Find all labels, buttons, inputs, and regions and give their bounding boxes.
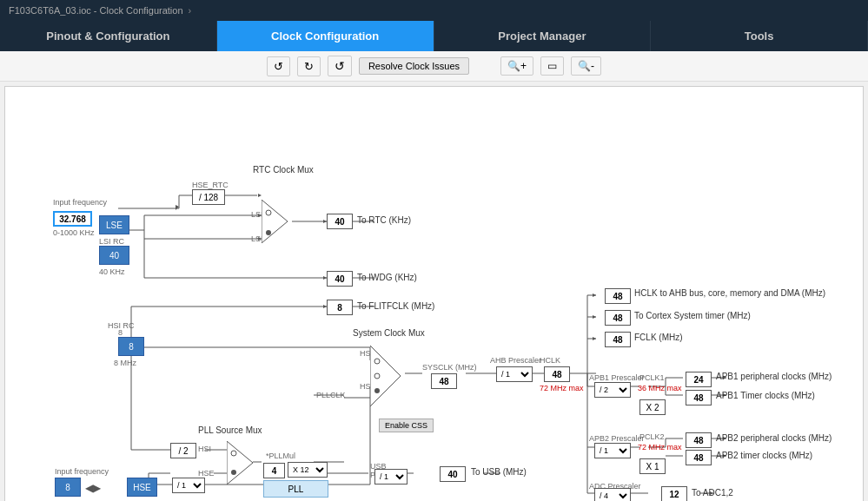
- apb1-presc-header: APB1 Prescaler: [589, 373, 645, 382]
- apb2-max: 72 MHz max: [638, 443, 682, 452]
- svg-marker-80: [593, 293, 596, 297]
- apb2-prescaler-select[interactable]: / 1/ 2/ 4: [594, 443, 631, 458]
- lse-freq-range: 0-1000 KHz: [53, 228, 95, 237]
- hsi-pll-label: HSI: [198, 445, 211, 453]
- apb2-presc-header: APB2 Prescaler: [589, 434, 645, 443]
- apb2-timer-label: APB2 timer clocks (MHz): [716, 451, 812, 460]
- hse-div1-container: / 1/ 2: [172, 478, 205, 493]
- hclk-label: HCLK: [540, 356, 560, 365]
- enable-css-button[interactable]: Enable CSS: [379, 419, 434, 432]
- usb-prescaler-select[interactable]: / 1/ 1.5: [374, 469, 407, 485]
- apb1-x2-box[interactable]: X 2: [639, 399, 666, 415]
- adc-val-box[interactable]: 12: [661, 486, 687, 501]
- hsi-unit: 8 MHz: [114, 359, 136, 367]
- svg-marker-81: [593, 315, 596, 319]
- cortex-timer-box[interactable]: 48: [605, 310, 631, 326]
- apb1-pclk1-label: APB1 peripheral clocks (MHz): [716, 372, 832, 381]
- svg-marker-68: [176, 205, 179, 210]
- tab-clock[interactable]: Clock Configuration: [217, 21, 434, 51]
- hse-box[interactable]: HSE: [127, 478, 157, 497]
- pll-label-box: PLL: [263, 480, 328, 498]
- tab-bar: Pinout & Configuration Clock Configurati…: [0, 21, 868, 51]
- lsi-box[interactable]: 40: [99, 246, 129, 265]
- lse-freq-box[interactable]: 32.768: [53, 211, 92, 227]
- pllmul-select-container: X 12X 2X 3X 4X 6X 8X 9X 10X 11X 16: [288, 462, 328, 478]
- undo-button[interactable]: ↺: [267, 56, 290, 76]
- flitfclk-box[interactable]: 8: [327, 300, 353, 315]
- system-clock-mux-label: System Clock Mux: [353, 328, 425, 338]
- tab-pinout[interactable]: Pinout & Configuration: [0, 21, 217, 51]
- flitfclk-label: To FLITFCLK (MHz): [357, 301, 434, 311]
- hsi-box[interactable]: 8: [118, 337, 144, 356]
- svg-point-92: [231, 470, 236, 475]
- hclk-max: 72 MHz max: [540, 384, 584, 392]
- apb1-prescaler-select[interactable]: / 2/ 1/ 4: [594, 382, 631, 398]
- hsi-label: HSI RC: [108, 321, 135, 330]
- apb2-pclk2-label: APB2 peripheral clocks (MHz): [716, 433, 832, 443]
- iwdg-box[interactable]: 40: [327, 271, 353, 287]
- apb1-pclk1-box[interactable]: 24: [686, 372, 712, 387]
- hclk-box[interactable]: 48: [544, 366, 570, 382]
- hse-arrows: ◀▶: [85, 482, 101, 494]
- rtc-out-box[interactable]: 40: [327, 214, 353, 229]
- lse-box[interactable]: LSE: [99, 215, 129, 234]
- apb2-presc-container: / 1/ 2/ 4: [594, 443, 631, 458]
- hse-div128-box[interactable]: / 128: [192, 189, 225, 205]
- sysclk-label: SYSCLK (MHz): [422, 363, 477, 372]
- tab-project[interactable]: Project Manager: [434, 21, 652, 51]
- apb1-timer-box[interactable]: 48: [686, 390, 712, 405]
- svg-point-89: [374, 388, 380, 393]
- rtc-label: To RTC (KHz): [357, 215, 411, 225]
- apb2-pclk2-box[interactable]: 48: [686, 432, 712, 448]
- apb2-timer-box[interactable]: 48: [686, 450, 712, 465]
- apb1-presc-container: / 2/ 1/ 4: [594, 382, 631, 398]
- hsi-div2-box[interactable]: / 2: [170, 443, 196, 458]
- resolve-clock-button[interactable]: Resolve Clock Issues: [359, 57, 469, 75]
- svg-marker-90: [227, 441, 253, 485]
- pllclk-label: PLLCLK: [316, 391, 346, 399]
- canvas-area: RTC Clock Mux System Clock Mux PLL Sourc…: [4, 86, 864, 501]
- apb1-timer-label: APB1 Timer clocks (MHz): [716, 391, 815, 400]
- fclk-box[interactable]: 48: [605, 332, 631, 347]
- adc-label: To ADC1,2: [692, 488, 733, 498]
- apb2-x1-box[interactable]: X 1: [639, 458, 666, 474]
- hclk-ahb-box[interactable]: 48: [605, 288, 631, 304]
- hse-input-label: Input frequency: [55, 467, 109, 476]
- hclk-ahb-label: HCLK to AHB bus, core, memory and DMA (M…: [634, 288, 825, 298]
- title-arrow: ›: [189, 5, 192, 16]
- hse-div1-select[interactable]: / 1/ 2: [172, 478, 205, 493]
- system-mux-svg: [370, 346, 409, 406]
- hse-input-box[interactable]: 8: [55, 478, 81, 497]
- refresh-button[interactable]: ↺: [328, 56, 352, 76]
- pllmul-select[interactable]: X 12X 2X 3X 4X 6X 8X 9X 10X 11X 16: [288, 462, 328, 478]
- lsi-label: 40 KHz: [99, 267, 125, 276]
- usb-label: To USB (MHz): [471, 467, 527, 477]
- ahb-prescaler-container: / 1/ 2/ 4: [496, 366, 533, 382]
- sysclk-box[interactable]: 48: [431, 373, 457, 389]
- hse-rtc-label: HSE_RTC: [192, 181, 229, 189]
- tab-tools[interactable]: Tools: [651, 21, 868, 51]
- pclk1-label: PCLK1: [639, 373, 665, 382]
- zoom-out-button[interactable]: 🔍-: [571, 56, 601, 76]
- fclk-label: FCLK (MHz): [634, 333, 683, 342]
- pll-val-box[interactable]: 4: [263, 463, 285, 478]
- fit-button[interactable]: ▭: [540, 56, 564, 76]
- redo-button[interactable]: ↻: [297, 56, 321, 76]
- rtc-mux-svg: [262, 200, 296, 243]
- input-freq-label: Input frequency: [53, 198, 107, 207]
- pllmul-label: *PLLMul: [266, 452, 295, 460]
- svg-point-85: [266, 230, 271, 235]
- hse-pll-label: HSE: [198, 469, 215, 478]
- svg-marker-83: [262, 200, 288, 243]
- usb-presc-container: / 1/ 1.5: [374, 469, 407, 485]
- adc-prescaler-select[interactable]: / 4/ 2/ 6/ 8: [594, 488, 631, 501]
- usb-out-box[interactable]: 40: [440, 466, 466, 482]
- iwdg-label: To IWDG (KHz): [357, 273, 417, 282]
- rtc-clock-mux-label: RTC Clock Mux: [253, 165, 314, 175]
- pll-source-mux-label: PLL Source Mux: [198, 425, 262, 435]
- zoom-in-button[interactable]: 🔍+: [500, 56, 533, 76]
- apb1-max: 36 MHz max: [638, 384, 682, 392]
- filename: F103C6T6A_03.ioc - Clock Configuration: [9, 5, 183, 16]
- toolbar: ↺ ↻ ↺ Resolve Clock Issues 🔍+ ▭ 🔍-: [0, 51, 868, 82]
- ahb-prescaler-select[interactable]: / 1/ 2/ 4: [496, 366, 533, 382]
